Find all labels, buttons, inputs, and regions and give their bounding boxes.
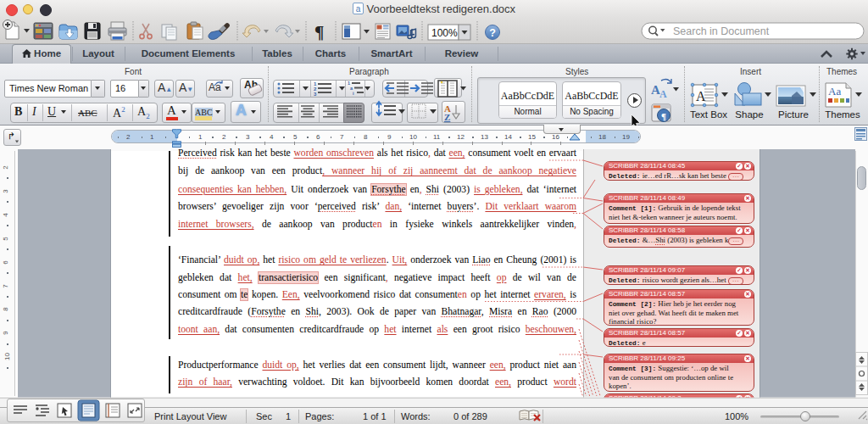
svg-text:?: ? <box>489 27 496 39</box>
svg-text:¶: ¶ <box>661 111 666 121</box>
svg-text:¶: ¶ <box>314 22 324 42</box>
svg-text:Search in Document: Search in Document <box>673 25 770 37</box>
svg-text:3: 3 <box>314 92 317 97</box>
svg-text:A: A <box>659 88 667 100</box>
svg-text:Aa: Aa <box>828 85 841 98</box>
svg-text:Z: Z <box>444 112 450 122</box>
svg-text:a: a <box>356 4 361 14</box>
svg-text:i: i <box>353 91 354 96</box>
svg-text:100%: 100% <box>431 27 458 39</box>
